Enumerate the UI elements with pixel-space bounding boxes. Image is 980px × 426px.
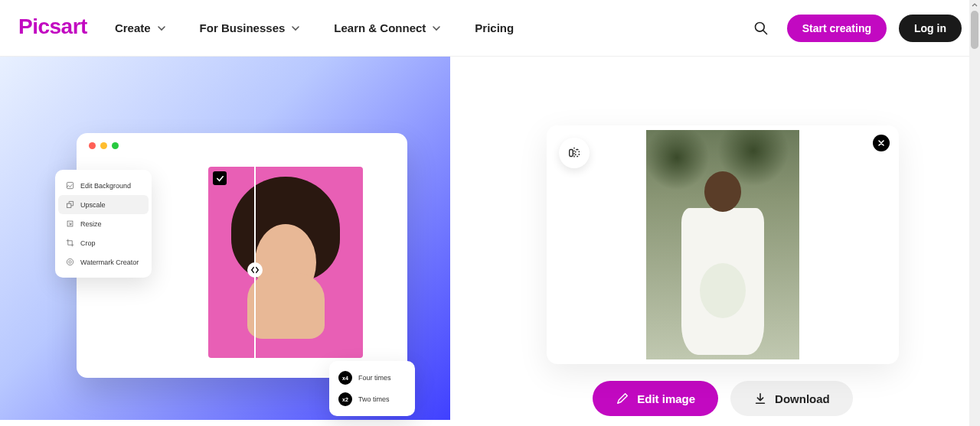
chevron-down-icon (291, 24, 300, 33)
button-label: Download (775, 392, 830, 405)
primary-nav: Create For Businesses Learn & Connect Pr… (115, 21, 514, 34)
scrollbar-thumb[interactable] (971, 11, 978, 49)
traffic-green-icon (112, 142, 119, 149)
scrollbar[interactable] (969, 0, 980, 426)
search-button[interactable] (747, 15, 775, 42)
scrollbar-arrow-up-icon[interactable] (969, 0, 980, 11)
mock-app-window: Edit Background Upscale Resize Crop Wate… (77, 133, 407, 378)
resize-icon (66, 220, 74, 228)
upscale-options: x4 Four times x2 Two times (329, 361, 415, 416)
start-creating-button[interactable]: Start creating (787, 15, 887, 42)
tool-menu-item-edit-background[interactable]: Edit Background (58, 176, 149, 195)
nav-label: For Businesses (200, 21, 286, 34)
login-button[interactable]: Log in (899, 15, 962, 42)
result-image (646, 130, 799, 359)
brand-text: Picsart (18, 15, 87, 38)
option-badge: x4 (338, 371, 352, 385)
button-label: Start creating (802, 22, 871, 34)
tool-menu-label: Edit Background (80, 182, 131, 190)
mock-preview-image (208, 167, 363, 358)
tool-menu-item-crop[interactable]: Crop (58, 233, 149, 252)
tool-menu-label: Upscale (80, 201, 106, 209)
button-label: Log in (914, 22, 946, 34)
traffic-red-icon (89, 142, 96, 149)
chevron-down-icon (432, 24, 441, 33)
download-button[interactable]: Download (730, 381, 853, 416)
chevron-down-icon (157, 24, 166, 33)
promo-panel: Edit Background Upscale Resize Crop Wate… (0, 57, 450, 420)
pencil-icon (616, 392, 629, 405)
option-badge: x2 (338, 392, 352, 406)
nav-label: Create (115, 21, 151, 34)
svg-rect-8 (576, 150, 580, 157)
svg-rect-7 (570, 150, 573, 157)
nav-item-pricing[interactable]: Pricing (475, 21, 514, 34)
search-icon (753, 21, 769, 36)
tool-menu-item-watermark[interactable]: Watermark Creator (58, 252, 149, 272)
bride-illustration (677, 171, 769, 355)
check-icon (216, 174, 224, 183)
brand-logo[interactable]: Picsart (18, 15, 87, 39)
edit-background-icon (66, 181, 74, 190)
tool-menu-label: Crop (80, 239, 96, 247)
tool-menu-label: Resize (80, 220, 102, 228)
traffic-yellow-icon (100, 142, 107, 149)
download-icon (753, 392, 767, 405)
close-result-button[interactable] (873, 135, 890, 151)
svg-point-5 (67, 259, 73, 265)
nav-label: Learn & Connect (334, 21, 426, 34)
close-icon (877, 139, 885, 147)
svg-line-1 (763, 30, 766, 34)
option-label: Two times (358, 395, 390, 403)
upscale-option-2x[interactable]: x2 Two times (335, 389, 409, 410)
button-label: Edit image (637, 392, 695, 405)
edit-image-button[interactable]: Edit image (593, 381, 718, 416)
nav-label: Pricing (475, 21, 514, 34)
compare-arrows-icon (250, 265, 260, 275)
header-actions: Start creating Log in (747, 15, 962, 42)
option-label: Four times (358, 374, 391, 382)
compare-icon (567, 146, 581, 160)
tool-menu: Edit Background Upscale Resize Crop Wate… (55, 170, 152, 278)
compare-slider-handle[interactable] (247, 262, 263, 278)
nav-item-businesses[interactable]: For Businesses (200, 21, 301, 34)
upscale-icon (66, 200, 74, 209)
result-actions: Edit image Download (593, 381, 853, 416)
nav-item-create[interactable]: Create (115, 21, 166, 34)
upscale-option-4x[interactable]: x4 Four times (335, 367, 409, 389)
svg-point-6 (69, 261, 71, 263)
result-panel: Edit image Download (450, 57, 980, 426)
main-content: Edit Background Upscale Resize Crop Wate… (0, 57, 980, 426)
svg-rect-3 (67, 203, 71, 208)
watermark-icon (66, 258, 74, 266)
selection-check (213, 171, 227, 185)
nav-item-learn[interactable]: Learn & Connect (334, 21, 441, 34)
window-traffic-lights (89, 142, 119, 149)
tool-menu-item-resize[interactable]: Resize (58, 214, 149, 233)
main-header: Picsart Create For Businesses Learn & Co… (0, 0, 980, 57)
result-card (547, 125, 899, 364)
mock-portrait-illustration (208, 167, 363, 358)
crop-icon (66, 239, 74, 247)
tool-menu-label: Watermark Creator (80, 259, 139, 266)
svg-rect-2 (67, 182, 73, 188)
tool-menu-item-upscale[interactable]: Upscale (58, 195, 149, 214)
compare-toggle-button[interactable] (559, 138, 590, 168)
